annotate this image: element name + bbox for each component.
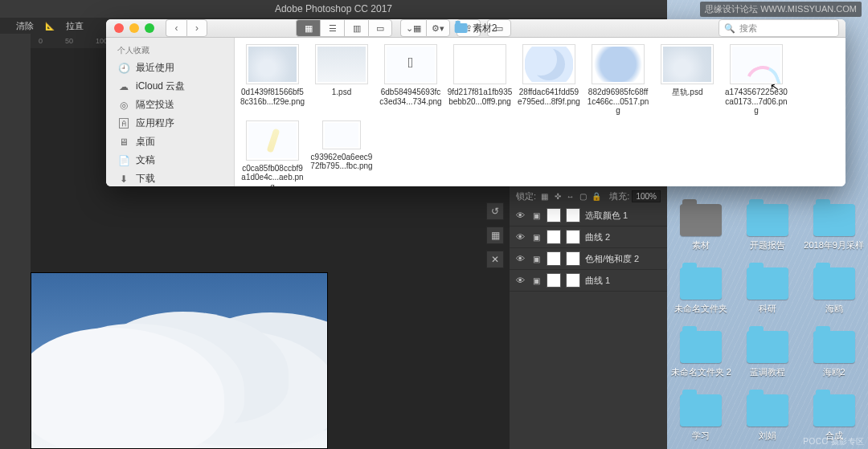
- visibility-icon[interactable]: 👁: [514, 210, 526, 220]
- finder-content[interactable]: 0d1439f81566bf58c316b...f29e.png1.psd6db…: [235, 38, 845, 186]
- lock-pixels-icon[interactable]: ▦: [539, 191, 550, 202]
- desktop-folder[interactable]: 刘娟: [737, 394, 799, 442]
- file-thumbnail[interactable]: [522, 44, 575, 84]
- close-icon[interactable]: ✕: [486, 251, 504, 268]
- view-list-button[interactable]: ☰: [320, 19, 344, 37]
- finder-titlebar[interactable]: ‹ › ▦ ☰ ▥ ▭ ⌄▦ ⚙▾ ⇪ ▭ 素材2 🔍 搜索: [106, 19, 845, 38]
- sidebar-item-label: 应用程序: [136, 116, 174, 130]
- desktop-folder[interactable]: 海鸥2: [803, 331, 865, 378]
- sidebar-item[interactable]: 🖥桌面: [106, 133, 234, 151]
- file-thumbnail[interactable]: [453, 44, 506, 84]
- option-straighten[interactable]: 拉直: [66, 20, 84, 32]
- link-icon[interactable]: ▣: [530, 276, 542, 285]
- sidebar-item[interactable]: 📄文稿: [106, 151, 234, 169]
- file-thumbnail[interactable]: [661, 44, 714, 84]
- minimize-button[interactable]: [129, 23, 139, 33]
- desktop-folder[interactable]: 合成: [803, 394, 865, 442]
- fill-value[interactable]: 100%: [632, 190, 661, 202]
- layer-mask[interactable]: [566, 273, 580, 288]
- visibility-icon[interactable]: 👁: [514, 254, 526, 263]
- folder-label: 海鸥2: [823, 366, 845, 378]
- arrange-button[interactable]: ⌄▦: [400, 19, 426, 37]
- desktop-folder[interactable]: 科研: [737, 267, 799, 315]
- forward-button[interactable]: ›: [186, 19, 207, 37]
- file-item[interactable]: 882d96985fc68ff1c466c...0517.png: [585, 44, 651, 116]
- layer-item[interactable]: 👁 ▣ 曲线 2: [510, 227, 667, 248]
- layer-item[interactable]: 👁 ▣ 曲线 1: [510, 270, 667, 292]
- layer-thumb[interactable]: [547, 251, 561, 266]
- finder-window[interactable]: ‹ › ▦ ☰ ▥ ▭ ⌄▦ ⚙▾ ⇪ ▭ 素材2 🔍 搜索 个人收藏 🕘最近使…: [106, 19, 845, 186]
- file-thumbnail[interactable]: [322, 120, 361, 149]
- file-item[interactable]: 星轨.psd: [654, 44, 720, 116]
- file-item[interactable]: a1743567225e30ca0173...7d06.png: [723, 44, 789, 116]
- folder-icon: [813, 394, 855, 427]
- sidebar-item[interactable]: ◎隔空投送: [106, 96, 234, 114]
- file-thumbnail[interactable]: [246, 120, 299, 161]
- layer-name[interactable]: 曲线 1: [585, 275, 662, 287]
- file-item[interactable]: 0d1439f81566bf58c316b...f29e.png: [240, 44, 305, 116]
- close-button[interactable]: [114, 23, 124, 33]
- panel-dock-icons[interactable]: ↺ ▦ ✕: [481, 202, 510, 268]
- desktop-folder[interactable]: 海鸥: [803, 267, 865, 315]
- layer-name[interactable]: 选取颜色 1: [585, 210, 662, 222]
- sidebar-item[interactable]: 🕘最近使用: [106, 59, 234, 77]
- layer-thumb[interactable]: [547, 230, 561, 244]
- desktop-folder[interactable]: 2018年9月采样: [803, 204, 865, 251]
- lock-move-icon[interactable]: ↔: [565, 191, 575, 202]
- finder-sidebar[interactable]: 个人收藏 🕘最近使用☁iCloud 云盘◎隔空投送🄰应用程序🖥桌面📄文稿⬇下载 …: [106, 38, 235, 186]
- sidebar-item[interactable]: ☁iCloud 云盘: [106, 77, 234, 96]
- view-gallery-button[interactable]: ▭: [368, 19, 392, 37]
- maximize-button[interactable]: [145, 23, 154, 33]
- visibility-icon[interactable]: 👁: [514, 232, 526, 242]
- sidebar-item[interactable]: ⬇下载: [106, 169, 234, 186]
- layer-mask[interactable]: [566, 208, 580, 222]
- apps-icon: 🄰: [117, 118, 130, 129]
- swatch-icon[interactable]: ▦: [486, 227, 504, 244]
- link-icon[interactable]: ▣: [530, 255, 542, 263]
- file-item[interactable]: 9fd217f81a1fb935bebb20...0ff9.png: [447, 44, 513, 116]
- window-controls[interactable]: [106, 23, 154, 33]
- option-clear[interactable]: 清除: [16, 20, 34, 32]
- layer-item[interactable]: 👁 ▣ 色相/饱和度 2: [510, 248, 667, 270]
- history-icon[interactable]: ↺: [486, 202, 504, 220]
- lock-artboard-icon[interactable]: ▢: [578, 191, 588, 202]
- file-item[interactable]: 6db584945693fcc3ed34...734.png: [378, 44, 444, 116]
- layer-name[interactable]: 色相/饱和度 2: [585, 253, 662, 265]
- desktop-folder[interactable]: 未命名文件夹: [670, 267, 732, 315]
- file-item[interactable]: c0ca85fb08ccbf9a1d0e4c...aeb.png: [240, 120, 305, 187]
- layer-name[interactable]: 曲线 2: [585, 231, 662, 243]
- view-icons-button[interactable]: ▦: [296, 19, 320, 37]
- desktop-folder[interactable]: 蓝调教程: [737, 331, 799, 378]
- view-columns-button[interactable]: ▥: [344, 19, 368, 37]
- layer-thumb[interactable]: [547, 208, 561, 222]
- lock-all-icon[interactable]: 🔒: [591, 191, 601, 202]
- file-item[interactable]: 28ffdac641fdd59e795ed...8f9f.png: [516, 44, 582, 116]
- file-thumbnail[interactable]: [730, 44, 783, 84]
- folder-icon: [747, 394, 788, 427]
- search-field[interactable]: 🔍 搜索: [719, 19, 839, 37]
- link-icon[interactable]: ▣: [530, 211, 542, 220]
- file-thumbnail[interactable]: [246, 44, 299, 84]
- canvas[interactable]: [31, 272, 328, 449]
- photoshop-toolbar[interactable]: [0, 34, 31, 449]
- back-button[interactable]: ‹: [166, 19, 186, 37]
- link-icon[interactable]: ▣: [530, 233, 542, 242]
- layer-list[interactable]: 👁 ▣ 选取颜色 1 👁 ▣ 曲线 2 👁 ▣ 色相/饱和度 2: [510, 205, 667, 292]
- visibility-icon[interactable]: 👁: [514, 276, 526, 285]
- file-item[interactable]: c93962e0a6eec972fb795...fbc.png: [309, 120, 375, 187]
- lock-position-icon[interactable]: ✜: [552, 191, 563, 202]
- layer-item[interactable]: 👁 ▣ 选取颜色 1: [510, 205, 667, 227]
- file-thumbnail[interactable]: [592, 44, 645, 84]
- desktop-folder[interactable]: 素材: [670, 204, 732, 251]
- layer-mask[interactable]: [566, 251, 580, 266]
- layer-thumb[interactable]: [547, 273, 561, 288]
- file-thumbnail[interactable]: [315, 44, 368, 84]
- sidebar-item[interactable]: 🄰应用程序: [106, 114, 234, 133]
- file-item[interactable]: 1.psd: [309, 44, 375, 116]
- desktop-folder[interactable]: 开题报告: [737, 204, 799, 251]
- desktop-folder[interactable]: 未命名文件夹 2: [670, 331, 732, 378]
- file-thumbnail[interactable]: [384, 44, 437, 84]
- layer-mask[interactable]: [566, 230, 580, 244]
- desktop-folder[interactable]: 学习: [670, 394, 732, 442]
- action-button[interactable]: ⚙▾: [426, 19, 450, 37]
